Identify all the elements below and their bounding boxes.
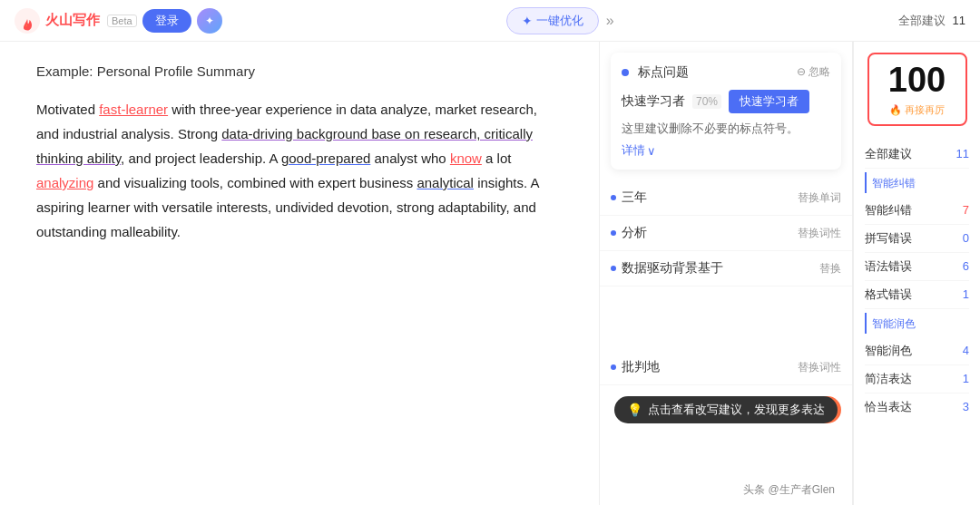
logo-icon [15,8,40,34]
score-number: 100 [880,62,955,100]
sug-dot-icon [611,195,616,200]
sug-dot-icon [611,266,616,271]
sidebar-count-spelling: 0 [963,231,969,245]
card-description: 这里建议删除不必要的标点符号。 [622,121,830,137]
suggestion-item-3[interactable]: 批判地 替换词性 [600,350,852,385]
score-subtitle: 🔥 再接再厉 [880,103,955,117]
sug-dot-icon [611,230,616,236]
card-dot-icon [622,69,629,76]
suggestions-count-badge: 11 [953,14,965,27]
highlight-analytical: analytical [416,175,474,190]
sidebar-count-grammar: 6 [963,259,969,273]
fire-icon: 🔥 [889,104,902,116]
card-content: 快速学习者 70% 快速学习者 [622,90,830,113]
highlight-good-prepared: good-prepared [281,151,370,166]
sidebar-smart-error[interactable]: 智能纠错 7 [865,197,969,225]
sidebar-count-all: 11 [956,147,969,160]
editor-area[interactable]: Example: Personal Profile Summary Motiva… [0,42,599,505]
sidebar-format[interactable]: 格式错误 1 [865,281,969,309]
highlight-fast-learner: fast-learner [99,102,168,117]
sidebar-spelling[interactable]: 拼写错误 0 [865,225,969,253]
logo-brand: 火山写作 [45,12,100,29]
sidebar-label-polish: 智能润色 [865,343,912,359]
sug-dot-icon [611,364,616,370]
sidebar-section: 全部建议 11 智能纠错 智能纠错 7 拼写错误 0 语法错误 6 格式错误 1 [854,141,980,421]
sug-left-2: 数据驱动背景基于 [611,260,723,277]
sidebar-label-grammar: 语法错误 [865,258,912,275]
sidebar-polish[interactable]: 智能润色 4 [865,337,969,365]
replace-button[interactable]: 快速学习者 [729,90,809,113]
sidebar-label-format: 格式错误 [865,286,912,303]
sidebar-count-polish: 4 [963,344,969,357]
sug-type-3[interactable]: 替换词性 [798,360,841,375]
suggestion-panel: 标点问题 ⊖ 忽略 快速学习者 70% 快速学习者 这里建议删除不必要的标点符号… [599,42,853,505]
suggestion-item-2[interactable]: 数据驱动背景基于 替换 [600,251,852,286]
doc-title: Example: Personal Profile Summary [36,63,563,79]
doc-body[interactable]: Motivated fast-learner with three-year e… [36,97,563,244]
sidebar-all-suggestions[interactable]: 全部建议 11 [865,141,969,169]
watermark: 头条 @生产者Glen [743,482,835,498]
logo-area: 火山写作 Beta 登录 ✦ [15,8,222,34]
sidebar-count-smart: 7 [963,203,969,217]
score-badge: 70% [692,94,721,109]
optimize-button[interactable]: ✦ 一键优化 [506,7,599,34]
avatar: ✦ [197,8,222,34]
login-button[interactable]: 登录 [142,9,191,33]
suggestions-label: 全部建议 [898,13,946,29]
card-detail-link[interactable]: 详情 ∨ [622,142,830,159]
sug-left-0: 三年 [611,189,647,206]
sug-type-0[interactable]: 替换单词 [798,190,841,206]
topbar-right: 全部建议 11 [898,13,965,29]
suggestion-card-punctuation: 标点问题 ⊖ 忽略 快速学习者 70% 快速学习者 这里建议删除不必要的标点符号… [611,53,841,170]
sug-text-1: 分析 [622,225,647,241]
ignore-button[interactable]: ⊖ 忽略 [797,64,830,80]
sidebar-group-polish: 智能润色 [865,313,969,334]
sidebar-count-concise: 1 [963,372,969,385]
original-text: 快速学习者 [622,93,685,110]
sug-text-3: 批判地 [622,359,660,375]
sug-text-2: 数据驱动背景基于 [622,260,723,277]
sidebar-grammar[interactable]: 语法错误 6 [865,253,969,281]
optimize-label: 一键优化 [536,13,583,29]
lightbulb-icon: 💡 [627,403,642,417]
sidebar-count-format: 1 [963,287,969,301]
tooltip-text: 点击查看改写建议，发现更多表达 [648,402,825,418]
sug-text-0: 三年 [622,189,647,206]
sidebar-count-appropriate: 3 [963,400,969,413]
sidebar-label-spelling: 拼写错误 [865,230,912,247]
beta-badge: Beta [107,15,137,27]
highlight-know: know [450,151,482,166]
sidebar-label-all: 全部建议 [865,146,912,162]
suggestion-item-0[interactable]: 三年 替换单词 [600,180,852,216]
score-card: 100 🔥 再接再厉 [867,53,967,126]
main-area: Example: Personal Profile Summary Motiva… [0,42,980,505]
sug-type-2[interactable]: 替换 [819,261,841,277]
suggestion-item-1[interactable]: 分析 替换词性 [600,216,852,251]
sug-left-3: 批判地 [611,359,660,375]
more-button[interactable]: » [606,13,614,29]
sidebar-group-smart: 智能纠错 [865,172,969,193]
card-header: 标点问题 ⊖ 忽略 [622,63,830,81]
topbar-center: ✦ 一键优化 » [233,7,887,34]
highlight-analyzing: analyzing [36,175,93,190]
topbar: 火山写作 Beta 登录 ✦ ✦ 一键优化 » 全部建议 11 [0,0,980,42]
sidebar-appropriate[interactable]: 恰当表达 3 [865,393,969,421]
sug-left-1: 分析 [611,225,647,241]
card-title-area: 标点问题 [622,63,689,81]
sidebar-label-concise: 简洁表达 [865,371,912,387]
sug-type-1[interactable]: 替换词性 [798,226,841,241]
sidebar-concise[interactable]: 简洁表达 1 [865,365,969,393]
card-title: 标点问题 [638,64,689,79]
score-sub-text: 再接再厉 [905,103,945,117]
tooltip-bar: 💡 点击查看改写建议，发现更多表达 [614,396,838,423]
sparkle-icon: ✦ [522,14,533,28]
sidebar-label-smart: 智能纠错 [865,202,912,219]
detail-label: 详情 [622,142,645,159]
sidebar-label-appropriate: 恰当表达 [865,399,912,415]
right-sidebar: 100 🔥 再接再厉 全部建议 11 智能纠错 智能纠错 7 拼写错误 0 [853,42,980,505]
chevron-down-icon: ∨ [647,144,656,158]
